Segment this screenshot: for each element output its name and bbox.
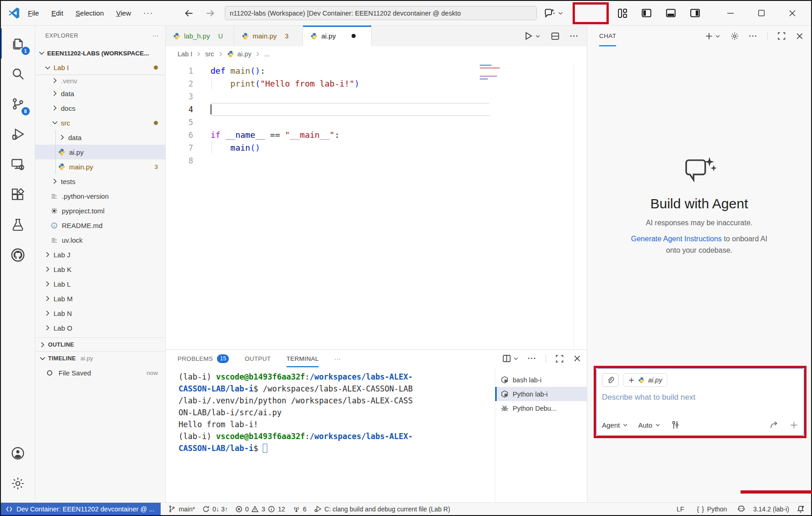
tree-file-readme-md[interactable]: README.md — [35, 218, 165, 233]
menu-selection[interactable]: Selection — [76, 9, 104, 17]
timeline-item-file-saved[interactable]: File Saved now — [35, 365, 165, 380]
code-line-8[interactable]: 8 — [166, 154, 587, 167]
chat-input-placeholder[interactable]: Describe what to build next — [602, 393, 798, 402]
timeline-section-header[interactable]: TIMELINE ai.py — [35, 351, 165, 365]
activity-settings[interactable] — [1, 468, 35, 499]
copilot-status[interactable] — [733, 503, 749, 515]
tree-file-ai-py[interactable]: ai.py — [35, 145, 165, 159]
build-task-status[interactable]: C: clang build and debug current file (L… — [310, 503, 454, 515]
editor-more-actions[interactable]: ··· — [570, 32, 579, 40]
activity-source-control[interactable]: 8 — [1, 89, 35, 119]
problems-status[interactable]: 0 3 12 — [232, 503, 289, 515]
tree-folder-lab-i[interactable]: Lab I — [35, 60, 165, 75]
close-chat-icon[interactable] — [796, 32, 804, 40]
terminal-instance-python-debu-[interactable]: Python Debu... — [495, 401, 587, 415]
editor-tab-ai-py[interactable]: ai.py — [303, 26, 372, 46]
tree-folder--venv[interactable]: .venv — [35, 75, 165, 86]
code-line-7[interactable]: 7 main() — [166, 141, 587, 154]
split-editor-icon[interactable] — [551, 32, 560, 41]
close-panel-icon[interactable] — [573, 354, 581, 363]
menu-view[interactable]: View — [116, 9, 131, 17]
chat-settings-gear-icon[interactable] — [730, 32, 739, 41]
close-window-icon[interactable] — [789, 10, 796, 17]
chat-input-box[interactable]: ai.py Describe what to build next Agent … — [596, 368, 804, 436]
language-mode[interactable]: { } Python — [691, 503, 734, 515]
agent-mode-dropdown[interactable]: Agent — [602, 421, 628, 429]
git-sync-status[interactable]: 0↓ 3↑ — [199, 503, 231, 515]
breadcrumb-item[interactable]: src — [205, 50, 214, 58]
tree-folder-data[interactable]: data — [35, 86, 165, 101]
code-line-3[interactable]: 3 — [166, 90, 587, 103]
toggle-secondary-sidebar-icon[interactable] — [690, 8, 700, 18]
activity-account[interactable] — [1, 438, 35, 468]
maximize-icon[interactable] — [758, 10, 765, 16]
back-arrow-icon[interactable] — [184, 9, 194, 18]
panel-tab-terminal[interactable]: TERMINAL — [287, 350, 319, 367]
chat-title-tab[interactable]: CHAT — [599, 26, 616, 46]
terminal-instance-python-lab-i[interactable]: Python lab-i — [495, 387, 587, 401]
maximize-chat-icon[interactable] — [777, 32, 786, 40]
copilot-chat-button[interactable] — [543, 7, 563, 19]
toggle-primary-sidebar-icon[interactable] — [641, 8, 652, 18]
editor-tab-main-py[interactable]: main.py3 — [234, 26, 303, 46]
outline-section-header[interactable]: OUTLINE — [35, 337, 165, 351]
activity-explorer[interactable]: 1 — [1, 28, 35, 59]
breadcrumb-item[interactable]: ai.py — [238, 50, 252, 58]
tree-file--python-version[interactable]: .python-version — [35, 189, 165, 203]
tree-folder-tests[interactable]: tests — [35, 174, 165, 189]
tree-file-pyproject-toml[interactable]: pyproject.toml — [35, 203, 165, 218]
terminal-instance-bash-lab-i[interactable]: bash lab-i — [495, 373, 587, 387]
new-chat-button[interactable] — [705, 32, 720, 40]
forward-arrow-icon[interactable] — [206, 9, 215, 18]
code-line-5[interactable]: 5 — [166, 116, 587, 129]
chat-more-actions[interactable]: ··· — [749, 32, 758, 40]
git-branch-status[interactable]: main* — [164, 503, 199, 515]
command-center[interactable]: n11202-labs (Workspace) [Dev Container: … — [225, 6, 537, 20]
code-editor[interactable]: 1def main():2 print("Hello from lab-i!")… — [166, 62, 587, 349]
toggle-panel-icon[interactable] — [666, 8, 676, 18]
minimize-icon[interactable] — [727, 10, 734, 17]
workspace-root-row[interactable]: EEEN11202-LABS (WORKSPACE... — [35, 46, 165, 60]
tree-file-main-py[interactable]: main.py3 — [35, 159, 165, 174]
add-followup-icon[interactable] — [790, 421, 798, 429]
remote-indicator[interactable]: Dev Container: EEEN11202 devcontainer @ … — [1, 503, 161, 515]
attach-context-button[interactable] — [602, 373, 619, 387]
tree-folder-lab-m[interactable]: Lab M — [35, 291, 165, 306]
panel-more-tabs[interactable]: ··· — [334, 350, 341, 367]
generate-agent-instructions-link[interactable]: Generate Agent Instructions — [631, 235, 722, 243]
customize-layout-icon[interactable] — [617, 8, 628, 18]
breadcrumb-item[interactable]: ... — [264, 50, 270, 58]
breadcrumb-item[interactable]: Lab I — [178, 50, 192, 58]
tree-folder-lab-l[interactable]: Lab L — [35, 277, 165, 291]
code-line-4[interactable]: 4 — [166, 103, 587, 116]
activity-run-debug[interactable] — [1, 119, 35, 149]
terminal-output[interactable]: (lab-i) vscode@b1493f6aa32f:/workspaces/… — [166, 367, 495, 502]
activity-extensions[interactable] — [1, 179, 35, 210]
tree-folder-lab-n[interactable]: Lab N — [35, 306, 165, 320]
breadcrumb[interactable]: Lab Isrcai.py... — [166, 46, 587, 62]
code-line-1[interactable]: 1def main(): — [166, 65, 587, 77]
maximize-panel-icon[interactable] — [555, 354, 564, 363]
tree-folder-data[interactable]: data — [35, 130, 165, 145]
menu-more-button[interactable]: ··· — [143, 9, 153, 17]
tree-folder-src[interactable]: src — [35, 115, 165, 130]
tree-folder-lab-o[interactable]: Lab O — [35, 320, 165, 335]
activity-github[interactable] — [1, 240, 35, 270]
explorer-more-actions[interactable]: ··· — [152, 33, 159, 39]
tools-icon[interactable] — [671, 420, 680, 429]
send-voice-arrow-icon[interactable] — [769, 420, 780, 430]
ports-status[interactable]: 6 — [289, 503, 310, 515]
eol-indicator[interactable]: LF — [670, 503, 690, 515]
split-terminal-button[interactable] — [502, 354, 519, 363]
activity-search[interactable] — [1, 59, 35, 89]
tree-folder-docs[interactable]: docs — [35, 101, 165, 115]
code-line-2[interactable]: 2 print("Hello from lab-i!") — [166, 77, 587, 90]
panel-more-actions[interactable]: ··· — [528, 354, 536, 363]
activity-remote-explorer[interactable] — [1, 149, 35, 179]
menu-edit[interactable]: Edit — [51, 9, 63, 17]
run-python-button[interactable] — [524, 31, 541, 41]
panel-tab-problems[interactable]: PROBLEMS15 — [178, 350, 229, 367]
panel-tab-output[interactable]: OUTPUT — [244, 350, 271, 367]
minimap[interactable] — [477, 64, 517, 96]
context-chip-current-file[interactable]: ai.py — [623, 373, 667, 387]
